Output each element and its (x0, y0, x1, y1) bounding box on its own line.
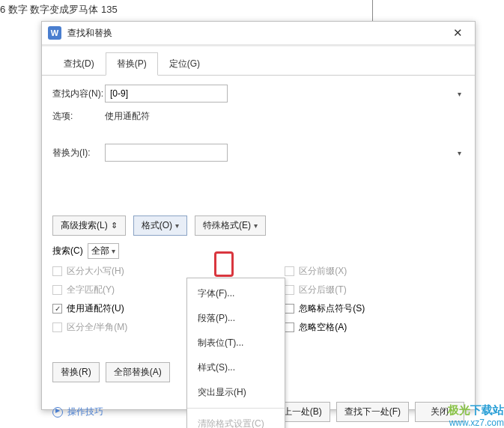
menu-font[interactable]: 字体(F)... (187, 281, 285, 306)
menu-clear-format: 清除格式设置(C) (187, 412, 285, 428)
special-format-button[interactable]: 特殊格式(E) ▾ (195, 215, 266, 236)
special-format-label: 特殊格式(E) (203, 219, 251, 232)
checkbox-icon (285, 285, 294, 295)
tips-link[interactable]: 操作技巧 (52, 406, 103, 418)
titlebar: W 查找和替换 ✕ (42, 22, 475, 46)
search-label: 查找内容(N): (52, 88, 105, 100)
search-input[interactable] (105, 85, 228, 103)
replace-combo[interactable]: ▾ (105, 144, 464, 162)
tab-find[interactable]: 查找(D) (52, 52, 106, 76)
format-dropdown: 字体(F)... 段落(P)... 制表位(T)... 样式(S)... 突出显… (186, 278, 285, 428)
wps-icon: W (48, 26, 61, 40)
chevron-down-icon: ▾ (254, 221, 258, 230)
scope-label: 搜索(C) (52, 245, 83, 257)
checkbox-option: 区分前缀(X) (285, 265, 365, 278)
checkbox-option[interactable]: ✓使用通配符(U) (52, 302, 127, 315)
checkbox-option: 全字匹配(Y) (52, 284, 127, 296)
tips-label: 操作技巧 (67, 406, 103, 418)
chevron-down-icon: ▾ (458, 149, 461, 157)
checkbox-label: 忽略空格(A) (299, 321, 347, 334)
tab-goto[interactable]: 定位(G) (158, 52, 211, 76)
chevron-down-icon: ▾ (112, 247, 115, 255)
menu-tabs[interactable]: 制表位(T)... (187, 331, 285, 355)
info-icon (52, 407, 63, 418)
dialog-body: 查找内容(N): ▾ 选项: 使用通配符 替换为(I): ▾ 高级搜索(L) ⇕… (42, 76, 475, 343)
checkbox-label: 区分前缀(X) (299, 265, 347, 278)
options-label: 选项: (52, 110, 105, 123)
checkbox-label: 忽略标点符号(S) (299, 302, 365, 315)
checkbox-option[interactable]: 忽略空格(A) (285, 321, 365, 334)
checkbox-icon (52, 285, 62, 295)
double-chevron-icon: ⇕ (111, 221, 118, 230)
scope-select[interactable]: 全部 ▾ (88, 243, 119, 259)
search-combo[interactable]: ▾ (105, 85, 464, 103)
close-button[interactable]: 关闭 (415, 402, 464, 422)
dialog-title: 查找和替换 (67, 27, 442, 40)
checkbox-label: 使用通配符(U) (67, 302, 124, 315)
checkbox-icon (285, 266, 294, 276)
checkbox-option: 区分后缀(T) (285, 284, 365, 296)
checkbox-icon: ✓ (52, 304, 62, 314)
checkbox-label: 区分全/半角(M) (67, 321, 127, 334)
checkbox-icon (285, 322, 294, 332)
background-vline (372, 0, 373, 21)
menu-separator (187, 408, 285, 409)
page-top-text: 6 数字 数字变成罗马体 135 (0, 0, 504, 16)
advanced-search-button[interactable]: 高级搜索(L) ⇕ (52, 215, 126, 236)
replace-button[interactable]: 替换(R) (52, 362, 100, 382)
tab-bar: 查找(D) 替换(P) 定位(G) (42, 46, 475, 76)
format-button-label: 格式(O) (142, 219, 172, 232)
checkbox-label: 全字匹配(Y) (67, 284, 115, 296)
advanced-search-label: 高级搜索(L) (61, 219, 108, 232)
tab-replace[interactable]: 替换(P) (106, 52, 158, 76)
checkbox-option[interactable]: 忽略标点符号(S) (285, 302, 365, 315)
checkbox-icon (285, 304, 294, 314)
menu-paragraph[interactable]: 段落(P)... (187, 306, 285, 331)
scope-value: 全部 (91, 245, 109, 257)
replace-label: 替换为(I): (52, 147, 105, 159)
checkbox-label: 区分后缀(T) (299, 284, 346, 296)
checkbox-option: 区分大小写(H) (52, 265, 127, 278)
replace-input[interactable] (105, 144, 228, 162)
chevron-down-icon: ▾ (458, 90, 461, 98)
chevron-down-icon: ▾ (175, 221, 179, 230)
replace-all-button[interactable]: 全部替换(A) (106, 362, 170, 382)
checkbox-icon (52, 322, 62, 332)
checkbox-label: 区分大小写(H) (67, 265, 124, 278)
close-icon[interactable]: ✕ (442, 22, 473, 44)
options-value: 使用通配符 (105, 110, 150, 123)
format-button[interactable]: 格式(O) ▾ (133, 215, 187, 236)
menu-highlight[interactable]: 突出显示(H) (187, 380, 285, 405)
menu-style[interactable]: 样式(S)... (187, 355, 285, 380)
checkbox-option: 区分全/半角(M) (52, 321, 127, 334)
find-replace-dialog: W 查找和替换 ✕ 查找(D) 替换(P) 定位(G) 查找内容(N): ▾ 选… (41, 21, 476, 410)
checkbox-icon (52, 266, 62, 276)
find-next-button[interactable]: 查找下一处(F) (336, 402, 409, 422)
